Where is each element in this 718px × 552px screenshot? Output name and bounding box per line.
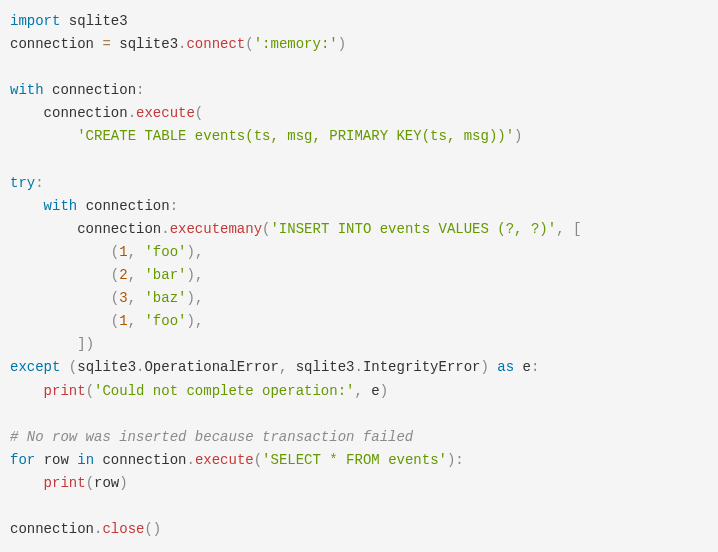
paren-open: ( [111, 267, 119, 283]
comma: , [195, 313, 203, 329]
comma: , [556, 221, 564, 237]
code-line-16: except (sqlite3.OperationalError, sqlite… [10, 356, 708, 379]
variable: row [94, 475, 119, 491]
string-literal: 'foo' [144, 313, 186, 329]
class-name: IntegrityError [363, 359, 481, 375]
module-name: sqlite3 [296, 359, 355, 375]
code-block: import sqlite3 connection = sqlite3.conn… [10, 10, 708, 541]
code-line-21: print(row) [10, 472, 708, 495]
paren-open: ( [245, 36, 253, 52]
comma: , [128, 244, 136, 260]
code-line-2: connection = sqlite3.connect(':memory:') [10, 33, 708, 56]
variable: connection [77, 221, 161, 237]
class-name: OperationalError [144, 359, 278, 375]
paren-open: ( [86, 383, 94, 399]
paren-open: ( [69, 359, 77, 375]
function-name: close [102, 521, 144, 537]
string-literal: 'CREATE TABLE events(ts, msg, PRIMARY KE… [77, 128, 514, 144]
keyword-as: as [497, 359, 514, 375]
dot: . [161, 221, 169, 237]
code-line-13: (3, 'baz'), [10, 287, 708, 310]
paren-close: ) [119, 475, 127, 491]
code-line-20: for row in connection.execute('SELECT * … [10, 449, 708, 472]
blank-line [10, 56, 708, 79]
keyword-for: for [10, 452, 35, 468]
module-name: sqlite3 [69, 13, 128, 29]
string-literal: 'baz' [144, 290, 186, 306]
code-line-15: ]) [10, 333, 708, 356]
paren-close: ) [514, 128, 522, 144]
dot: . [355, 359, 363, 375]
comma: , [195, 244, 203, 260]
bracket-open: [ [573, 221, 581, 237]
comma: , [354, 383, 362, 399]
keyword-try: try [10, 175, 35, 191]
variable: e [523, 359, 531, 375]
comma: , [195, 290, 203, 306]
module-name: sqlite3 [77, 359, 136, 375]
colon: : [170, 198, 178, 214]
module-name: sqlite3 [119, 36, 178, 52]
operator: = [94, 36, 119, 52]
string-literal: 'foo' [144, 244, 186, 260]
function-name: print [44, 383, 86, 399]
bracket-close: ] [77, 336, 85, 352]
paren-open: ( [111, 244, 119, 260]
code-line-5: connection.execute( [10, 102, 708, 125]
paren-open: ( [254, 452, 262, 468]
comma: , [128, 290, 136, 306]
paren-open: ( [144, 521, 152, 537]
code-line-6: 'CREATE TABLE events(ts, msg, PRIMARY KE… [10, 125, 708, 148]
variable: connection [52, 82, 136, 98]
colon: : [531, 359, 539, 375]
keyword-in: in [77, 452, 94, 468]
comma: , [195, 267, 203, 283]
paren-close: ) [186, 267, 194, 283]
paren-close: ) [186, 290, 194, 306]
paren-close: ) [86, 336, 94, 352]
paren-open: ( [111, 290, 119, 306]
string-literal: ':memory:' [254, 36, 338, 52]
blank-line [10, 403, 708, 426]
paren-open: ( [111, 313, 119, 329]
code-line-1: import sqlite3 [10, 10, 708, 33]
function-name: connect [186, 36, 245, 52]
comma: , [128, 313, 136, 329]
string-literal: 'Could not complete operation:' [94, 383, 354, 399]
paren-close: ) [338, 36, 346, 52]
paren-close: ) [186, 244, 194, 260]
blank-line [10, 149, 708, 172]
string-literal: 'INSERT INTO events VALUES (?, ?)' [270, 221, 556, 237]
string-literal: 'bar' [144, 267, 186, 283]
colon: : [35, 175, 43, 191]
code-line-9: with connection: [10, 195, 708, 218]
code-line-14: (1, 'foo'), [10, 310, 708, 333]
function-name: executemany [170, 221, 262, 237]
function-name: print [44, 475, 86, 491]
code-line-8: try: [10, 172, 708, 195]
code-line-4: with connection: [10, 79, 708, 102]
code-line-10: connection.executemany('INSERT INTO even… [10, 218, 708, 241]
variable: e [371, 383, 379, 399]
code-line-23: connection.close() [10, 518, 708, 541]
paren-close: ) [186, 313, 194, 329]
paren-close: ) [481, 359, 489, 375]
variable: connection [44, 105, 128, 121]
blank-line [10, 495, 708, 518]
dot: . [128, 105, 136, 121]
colon: : [455, 452, 463, 468]
variable: connection [10, 521, 94, 537]
paren-open: ( [86, 475, 94, 491]
keyword-with: with [44, 198, 78, 214]
dot: . [186, 452, 194, 468]
paren-open: ( [195, 105, 203, 121]
string-literal: 'SELECT * FROM events' [262, 452, 447, 468]
comment: # No row was inserted because transactio… [10, 429, 413, 445]
comma: , [128, 267, 136, 283]
number-literal: 3 [119, 290, 127, 306]
code-line-12: (2, 'bar'), [10, 264, 708, 287]
code-line-17: print('Could not complete operation:', e… [10, 380, 708, 403]
colon: : [136, 82, 144, 98]
keyword-import: import [10, 13, 60, 29]
function-name: execute [195, 452, 254, 468]
